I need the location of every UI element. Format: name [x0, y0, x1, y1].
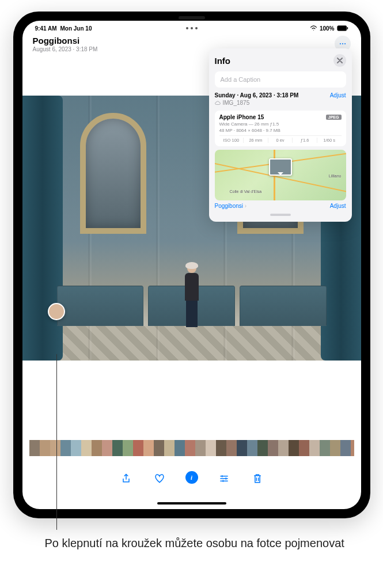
delete-button[interactable]: [250, 471, 265, 486]
battery-percent: 100%: [320, 25, 335, 32]
location-map[interactable]: Colle di Val d'Elsa Lilliano: [215, 150, 346, 200]
thumbnail[interactable]: [257, 440, 268, 456]
heart-icon: [154, 473, 165, 484]
thumbnail[interactable]: [216, 440, 226, 456]
caption-input[interactable]: Add a Caption: [215, 71, 346, 88]
thumbnail[interactable]: [81, 440, 92, 456]
thumbnail[interactable]: [185, 440, 195, 456]
thumbnail[interactable]: [50, 440, 60, 456]
location-link[interactable]: Poggibonsi: [215, 203, 247, 209]
thumbnail[interactable]: [278, 440, 289, 456]
thumbnail[interactable]: [102, 440, 112, 456]
photo-header: Poggibonsi August 6, 2023 · 3:18 PM: [33, 36, 98, 52]
person-face-circle[interactable]: [48, 303, 65, 320]
thumbnail[interactable]: [40, 440, 50, 456]
thumbnail[interactable]: [154, 440, 164, 456]
info-panel-title: Info: [215, 56, 231, 66]
thumbnail[interactable]: [247, 440, 257, 456]
thumbnail[interactable]: [29, 440, 40, 456]
info-date: Sunday · Aug 6, 2023 · 3:18 PM: [215, 92, 299, 98]
date-subtitle: August 6, 2023 · 3:18 PM: [33, 46, 98, 52]
info-button[interactable]: i: [185, 471, 198, 484]
thumbnail[interactable]: [175, 440, 185, 456]
share-icon: [120, 473, 132, 484]
thumbnail[interactable]: [92, 440, 102, 456]
edit-button[interactable]: [217, 471, 232, 486]
panel-drag-handle[interactable]: [270, 214, 291, 216]
home-indicator[interactable]: [157, 502, 226, 504]
thumbnail[interactable]: [133, 440, 143, 456]
thumbnail[interactable]: [330, 440, 340, 456]
thumbnail[interactable]: [206, 440, 216, 456]
svg-rect-1: [347, 27, 348, 29]
thumbnail[interactable]: [164, 440, 175, 456]
thumbnail[interactable]: [340, 440, 351, 456]
close-icon: [337, 58, 343, 63]
callout-text: Po klepnutí na kroužek můžete osobu na f…: [13, 536, 370, 551]
svg-point-4: [344, 43, 346, 44]
thumbnail[interactable]: [320, 440, 330, 456]
thumbnail[interactable]: [226, 440, 237, 456]
thumbnail[interactable]: [60, 440, 71, 456]
location-title: Poggibonsi: [33, 36, 98, 45]
map-label: Lilliano: [329, 174, 342, 178]
thumbnail[interactable]: [195, 440, 206, 456]
thumbnail[interactable]: [268, 440, 278, 456]
adjust-location-button[interactable]: Adjust: [330, 203, 346, 209]
multitask-dots-icon[interactable]: [186, 27, 198, 29]
favorite-button[interactable]: [152, 471, 167, 486]
svg-rect-0: [337, 26, 346, 31]
thumbnail[interactable]: [123, 440, 133, 456]
camera-resolution: 48 MP · 8064 × 6048 · 9.7 MB: [219, 128, 342, 133]
thumbnail[interactable]: [143, 440, 154, 456]
status-time: 9:41 AM: [35, 25, 57, 32]
trash-icon: [252, 473, 263, 484]
wifi-icon: [310, 25, 317, 31]
share-button[interactable]: [119, 471, 134, 486]
bottom-toolbar: i: [22, 471, 361, 486]
close-button[interactable]: [333, 54, 346, 67]
thumbnail-strip[interactable]: [29, 440, 354, 456]
status-bar: 9:41 AM Mon Jun 10 100%: [22, 21, 361, 33]
map-photo-pin: [269, 158, 292, 176]
callout-line: [56, 354, 57, 530]
cloud-icon: [215, 100, 221, 106]
svg-point-2: [339, 43, 340, 44]
adjust-date-button[interactable]: Adjust: [330, 92, 346, 98]
info-filename: IMG_1875: [215, 100, 346, 106]
camera-info-box: Apple iPhone 15 JPEG Wide Camera — 26 mm…: [215, 111, 346, 146]
thumbnail[interactable]: [112, 440, 123, 456]
camera-specs: ISO 100 26 mm 0 ev ƒ1.6 1/60 s: [219, 135, 342, 143]
thumbnail[interactable]: [237, 440, 247, 456]
camera-lens: Wide Camera — 26 mm ƒ1.5: [219, 122, 342, 127]
camera-device: Apple iPhone 15: [219, 114, 264, 120]
status-date: Mon Jun 10: [60, 25, 92, 32]
map-label: Colle di Val d'Elsa: [230, 189, 262, 194]
thumbnail[interactable]: [71, 440, 81, 456]
sliders-icon: [218, 473, 230, 484]
thumbnail[interactable]: [289, 440, 299, 456]
thumbnail[interactable]: [351, 440, 354, 456]
svg-point-3: [342, 43, 343, 44]
thumbnail[interactable]: [299, 440, 309, 456]
format-badge: JPEG: [326, 115, 342, 120]
battery-icon: [337, 25, 348, 31]
thumbnail[interactable]: [309, 440, 320, 456]
info-panel: Info Add a Caption Sunday · Aug 6, 2023 …: [209, 48, 352, 222]
